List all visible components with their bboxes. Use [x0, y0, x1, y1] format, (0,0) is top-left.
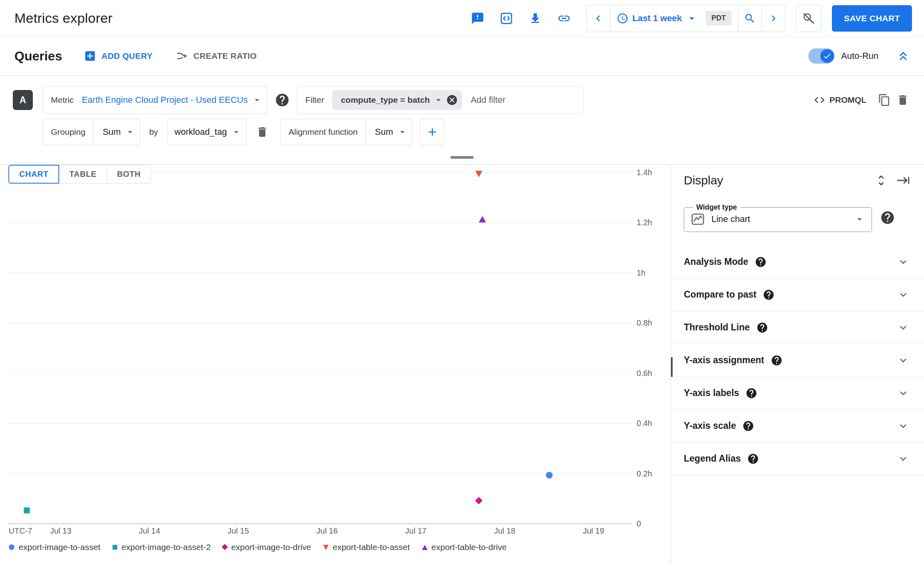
display-section-compare-to-past[interactable]: Compare to past [671, 278, 924, 311]
section-title: Y-axis assignment [684, 355, 764, 366]
check-icon [823, 52, 832, 60]
help-icon[interactable] [771, 354, 783, 366]
duplicate-query-icon[interactable] [875, 91, 894, 109]
time-range-button[interactable]: Last 1 week PDT [610, 5, 738, 32]
display-section-legend-alias[interactable]: Legend Alias [671, 442, 924, 475]
time-zoom-button[interactable] [738, 5, 761, 32]
metric-help-icon[interactable] [275, 92, 290, 108]
y-axis-tick: 0.2h [637, 468, 652, 479]
help-icon[interactable] [745, 387, 757, 399]
gridline [8, 273, 632, 273]
widget-type-help-icon[interactable] [880, 210, 895, 225]
legend-item[interactable]: export-table-to-drive [422, 542, 507, 552]
save-chart-button[interactable]: SAVE CHART [832, 5, 912, 32]
zoom-reset-button[interactable] [796, 5, 822, 32]
caret-down-icon [686, 12, 698, 24]
data-point-export-image-to-asset[interactable] [546, 472, 552, 480]
y-axis-tick: 0.8h [637, 318, 652, 328]
promql-label: PROMQL [830, 95, 866, 105]
chevron-down-icon[interactable] [897, 387, 910, 400]
y-axis-tick: 0 [637, 518, 641, 529]
time-range-control: Last 1 week PDT [586, 5, 786, 32]
display-section-y-axis-assignment[interactable]: Y-axis assignment [671, 344, 924, 377]
alignment-function-select[interactable]: Alignment function Sum [280, 119, 413, 145]
clock-icon [617, 12, 629, 24]
help-icon[interactable] [742, 420, 754, 432]
triangle-down-marker [475, 171, 482, 177]
feedback-icon[interactable] [468, 9, 487, 28]
data-point-export-table-to-asset[interactable] [475, 171, 482, 179]
filter-label: Filter [297, 95, 332, 105]
create-ratio-button[interactable]: CREATE RATIO [176, 50, 257, 62]
metric-selector[interactable]: Metric Earth Engine Cloud Project - Used… [42, 86, 267, 114]
time-back-button[interactable] [587, 5, 610, 32]
expand-all-icon[interactable] [874, 174, 888, 187]
display-section-threshold-line[interactable]: Threshold Line [671, 311, 924, 344]
chevron-down-icon[interactable] [897, 321, 910, 334]
metric-label: Metric [43, 95, 82, 105]
caret-down-icon [231, 127, 241, 137]
link-icon[interactable] [555, 9, 573, 28]
metric-value[interactable]: Earth Engine Cloud Project - Used EECUs [82, 95, 248, 105]
chevron-down-icon[interactable] [897, 288, 910, 301]
filter-chip[interactable]: compute_type = batch [332, 90, 462, 110]
time-forward-button[interactable] [761, 5, 785, 32]
tab-both[interactable]: BOTH [106, 165, 151, 184]
chevron-down-icon[interactable] [897, 354, 910, 367]
legend-item[interactable]: export-image-to-asset [9, 542, 100, 552]
header-actions: Last 1 week PDT SAVE CHART [468, 5, 912, 32]
display-section-analysis-mode[interactable]: Analysis Mode [671, 246, 924, 278]
resize-drag-handle[interactable] [450, 156, 474, 159]
delete-query-icon[interactable] [894, 91, 912, 109]
gridline [8, 222, 632, 223]
section-title: Compare to past [684, 289, 756, 300]
display-section-y-axis-labels[interactable]: Y-axis labels [671, 377, 924, 410]
chevron-down-icon[interactable] [897, 420, 910, 432]
triangle-up-marker [422, 545, 428, 550]
gridline [8, 373, 632, 374]
legend-item[interactable]: export-image-to-asset-2 [112, 542, 211, 552]
help-icon[interactable] [747, 453, 759, 465]
add-query-button[interactable]: ADD QUERY [84, 50, 153, 62]
page-title: Metrics explorer [14, 10, 112, 26]
x-axis-tick: Jul 17 [405, 526, 426, 536]
tab-table[interactable]: TABLE [59, 165, 107, 184]
legend-item[interactable]: export-image-to-drive [223, 542, 311, 552]
remove-filter-icon[interactable] [446, 94, 458, 106]
auto-run-toggle[interactable] [808, 48, 835, 64]
x-axis-tick: Jul 14 [139, 526, 160, 536]
caret-down-icon [125, 127, 135, 137]
ratio-icon [176, 50, 189, 62]
grouping-select[interactable]: Grouping Sum [42, 119, 141, 145]
x-axis-tick: Jul 13 [50, 526, 71, 536]
data-point-export-image-to-drive[interactable] [476, 498, 482, 505]
data-point-export-image-to-asset-2[interactable] [24, 507, 30, 515]
data-point-export-table-to-drive[interactable] [479, 216, 486, 224]
help-icon[interactable] [756, 322, 768, 334]
group-by-select[interactable]: workload_tag [167, 119, 247, 145]
search-icon [744, 12, 756, 24]
auto-run-label: Auto-Run [841, 51, 878, 61]
alignment-label: Alignment function [281, 119, 366, 145]
panel-scrollbar[interactable] [671, 357, 673, 377]
help-icon[interactable] [763, 289, 775, 301]
promql-button[interactable]: PROMQL [814, 94, 866, 106]
chevron-down-icon[interactable] [897, 256, 910, 268]
gridline [8, 474, 632, 474]
collapse-queries-button[interactable] [896, 49, 910, 63]
code-icon[interactable] [497, 9, 516, 28]
display-section-y-axis-scale[interactable]: Y-axis scale [671, 410, 924, 442]
download-icon[interactable] [526, 9, 544, 28]
legend-item[interactable]: export-table-to-asset [323, 542, 410, 552]
tab-chart[interactable]: CHART [8, 165, 59, 184]
widget-type-select[interactable]: Widget type Line chart [684, 203, 872, 232]
help-icon[interactable] [755, 256, 767, 268]
delete-grouping-icon[interactable] [253, 123, 271, 141]
x-axis-line [8, 524, 632, 524]
chevron-down-icon[interactable] [897, 452, 910, 465]
widget-type-label: Widget type [693, 203, 740, 212]
add-filter-input[interactable] [471, 95, 575, 105]
timezone-chip: PDT [706, 11, 731, 26]
add-processing-step-button[interactable] [420, 119, 445, 145]
collapse-panel-icon[interactable] [897, 174, 910, 187]
